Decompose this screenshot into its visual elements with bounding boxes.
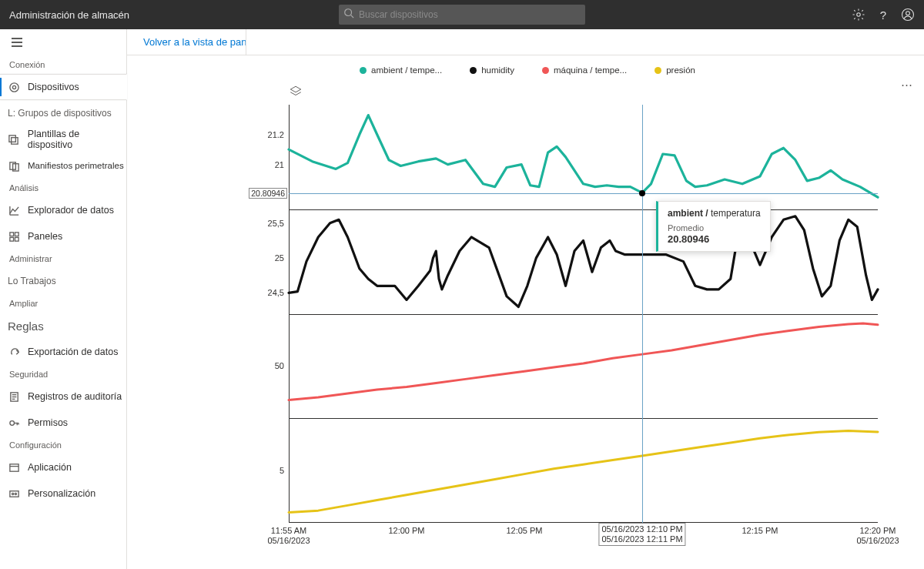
help-icon[interactable]: ?: [876, 8, 890, 22]
x-tick-label: 12:20 PM05/16/2023: [856, 523, 899, 546]
search-box[interactable]: [339, 5, 585, 25]
settings-icon[interactable]: [852, 8, 865, 22]
section-analysis: Análisis: [0, 179, 126, 197]
svg-point-0: [345, 9, 352, 16]
legend-label: presión: [666, 65, 695, 75]
chart-canvas: [289, 105, 878, 523]
sidebar-item-data-explorer[interactable]: Explorador de datos: [0, 197, 126, 223]
legend-label: ambient / tempe...: [371, 65, 442, 75]
legend-dot-icon: [654, 67, 661, 74]
customization-icon: [8, 487, 20, 500]
legend-item-ambient[interactable]: ambient / tempe...: [360, 65, 442, 75]
sidebar-item-label: Plantillas de dispositivo: [28, 129, 126, 150]
dashboards-icon: [8, 230, 20, 243]
legend-label: máquina / tempe...: [554, 65, 627, 75]
chart-legend: ambient / tempe... humidity máquina / te…: [146, 59, 909, 82]
sidebar-item-dashboards[interactable]: Paneles: [0, 223, 126, 249]
sidebar-item-edge-manifests[interactable]: Manifiestos perimetrales: [0, 152, 126, 179]
section-administer: Administrar: [0, 249, 126, 268]
sidebar-item-devices[interactable]: Dispositivos: [0, 74, 127, 100]
sidebar: Conexión Dispositivos L: Grupos de dispo…: [0, 29, 127, 569]
more-menu-icon[interactable]: ⋯: [901, 83, 913, 86]
sidebar-item-device-templates[interactable]: Plantillas de dispositivo: [0, 126, 126, 152]
crosshair-x-label: 05/16/2023 12:10 PM 05/16/2023 12:11 PM: [598, 523, 685, 546]
y-tick-label: 5: [280, 466, 284, 475]
search-icon: [343, 8, 359, 22]
search-input[interactable]: [359, 9, 581, 20]
manifests-icon: [8, 159, 20, 172]
tooltip-value: 20.80946: [668, 233, 761, 245]
legend-item-machine[interactable]: máquina / tempe...: [542, 65, 627, 75]
explorer-icon: [8, 204, 20, 216]
crosshair-x-line1: 05/16/2023 12:10 PM: [601, 524, 682, 534]
svg-point-9: [12, 85, 15, 89]
account-icon[interactable]: [901, 8, 915, 22]
sidebar-item-audit-logs[interactable]: Registros de auditoría: [0, 383, 126, 410]
x-tick-label: 11:55 AM05/16/2023: [267, 523, 310, 546]
svg-rect-10: [9, 135, 15, 141]
crosshair-horizontal: [289, 193, 878, 194]
permissions-icon: [8, 417, 20, 429]
legend-dot-icon: [360, 67, 367, 74]
svg-rect-11: [12, 137, 18, 143]
legend-dot-icon: [542, 67, 549, 74]
sidebar-item-label: Dispositivos: [28, 82, 79, 92]
chart-plots[interactable]: 20.80946 05/16/2023 12:10 PM 05/16/2023 …: [289, 105, 878, 523]
sidebar-item-device-groups[interactable]: L: Grupos de dispositivos: [0, 100, 126, 126]
y-tick-label: 21: [275, 160, 284, 169]
crosshair-point: [639, 190, 645, 196]
sidebar-item-label: Personalización: [28, 488, 95, 499]
y-tick-label: 25: [275, 253, 284, 263]
layers-icon[interactable]: [289, 85, 303, 102]
audit-icon: [8, 390, 20, 403]
crosshair-y-label: 20.80946: [249, 188, 287, 199]
svg-point-32: [15, 493, 16, 494]
legend-dot-icon: [470, 67, 477, 74]
sidebar-item-label: L: Grupos de dispositivos: [8, 108, 112, 119]
legend-item-pressure[interactable]: presión: [654, 65, 695, 75]
x-tick-label: 12:00 PM: [388, 523, 424, 536]
application-icon: [8, 461, 20, 474]
templates-icon: [8, 133, 20, 146]
sidebar-item-customization[interactable]: Personalización: [0, 480, 126, 507]
sidebar-item-rules[interactable]: Reglas: [0, 313, 126, 339]
svg-rect-30: [9, 490, 18, 497]
svg-point-8: [9, 82, 18, 91]
crosshair-x-line2: 05/16/2023 12:11 PM: [601, 534, 682, 544]
chart-tooltip: ambient / temperatura Promedio 20.80946: [656, 201, 771, 252]
y-tick-label: 24,5: [268, 288, 284, 297]
sidebar-item-label: Aplicación: [28, 462, 72, 473]
tooltip-stat-label: Promedio: [668, 223, 761, 233]
back-label: Volver a la vista de panel: [143, 36, 246, 48]
svg-rect-16: [9, 232, 13, 236]
hamburger-button[interactable]: [0, 29, 126, 55]
legend-item-humidity[interactable]: humidity: [470, 65, 514, 75]
back-bar: Volver a la vista de panel: [127, 29, 924, 55]
sidebar-item-label: Manifiestos perimetrales: [28, 161, 124, 170]
y-tick-label: 21.2: [268, 130, 284, 139]
section-extend: Ampliar: [0, 294, 126, 313]
sidebar-item-application[interactable]: Aplicación: [0, 454, 126, 480]
sidebar-item-label: Explorador de datos: [28, 205, 114, 216]
svg-line-1: [351, 15, 354, 18]
sidebar-item-label: Paneles: [28, 231, 62, 242]
x-tick-label: 12:05 PM: [506, 523, 542, 536]
sidebar-item-label: Lo Trabajos: [8, 276, 56, 286]
back-button[interactable]: Volver a la vista de panel: [127, 29, 246, 55]
legend-label: humidity: [481, 65, 514, 75]
sidebar-item-label: Permisos: [28, 417, 68, 428]
svg-point-2: [857, 13, 861, 17]
sidebar-item-data-export[interactable]: Exportación de datos: [0, 339, 126, 365]
main-area: Volver a la vista de panel ambient / tem…: [127, 29, 924, 569]
svg-rect-28: [9, 464, 18, 470]
sidebar-item-permissions[interactable]: Permisos: [0, 410, 126, 436]
svg-point-31: [12, 493, 13, 494]
devices-icon: [8, 81, 20, 93]
section-connection: Conexión: [0, 55, 126, 74]
svg-rect-17: [15, 232, 18, 236]
section-security: Seguridad: [0, 365, 126, 383]
app-title: Administración de almacén: [9, 9, 129, 21]
svg-point-4: [906, 12, 910, 15]
svg-rect-19: [15, 237, 18, 241]
sidebar-item-jobs[interactable]: Lo Trabajos: [0, 268, 126, 294]
